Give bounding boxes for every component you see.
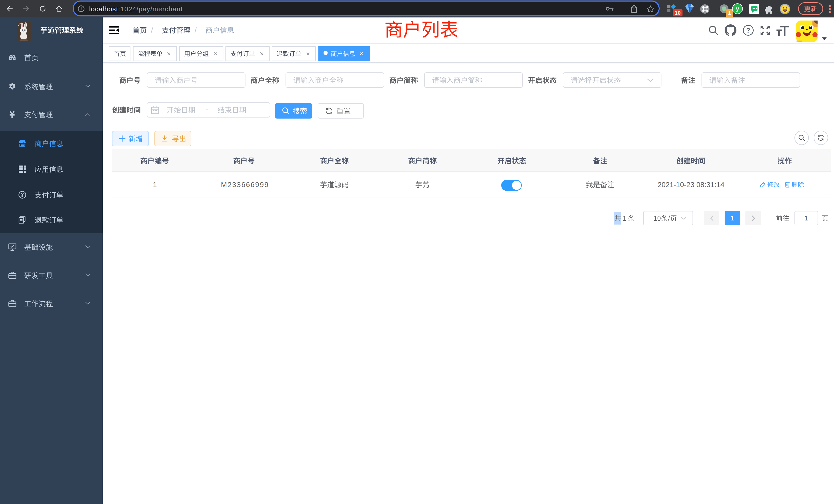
svg-text:y: y	[736, 5, 739, 12]
svg-text:?: ?	[746, 27, 750, 34]
